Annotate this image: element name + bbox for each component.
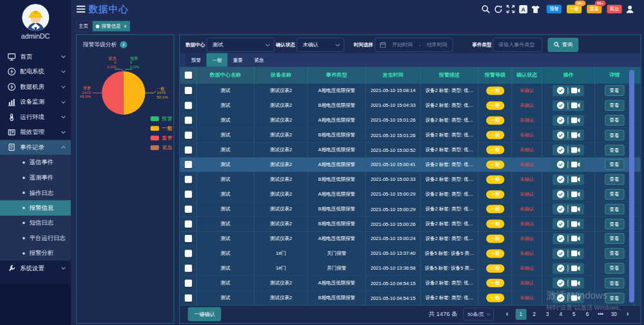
confirm-icon[interactable] bbox=[557, 250, 565, 258]
confirm-icon[interactable] bbox=[557, 102, 565, 110]
confirm-icon[interactable] bbox=[557, 146, 565, 154]
confirm-icon[interactable] bbox=[557, 294, 565, 302]
sidebar-subitem-遥信事件[interactable]: 遥信事件 bbox=[0, 155, 71, 170]
action-buttons[interactable] bbox=[553, 174, 583, 185]
refresh-icon[interactable] bbox=[493, 5, 502, 14]
view-button[interactable]: 查看 bbox=[605, 160, 624, 170]
sidebar-item-数据机房[interactable]: 数据机房 bbox=[0, 79, 71, 94]
confirm-icon[interactable] bbox=[557, 131, 565, 140]
sidebar-item-首页[interactable]: 首页 bbox=[0, 49, 71, 64]
action-buttons[interactable] bbox=[553, 144, 583, 155]
row-checkbox[interactable] bbox=[185, 205, 192, 212]
table-row[interactable]: 测试1#门开门报警2021-05-10 13:36:58设备5 标签: 设备5 … bbox=[180, 261, 640, 276]
sidebar-item-系统设置[interactable]: 系统设置 bbox=[0, 261, 71, 275]
alarm-count-button-重要[interactable]: 重要99+ bbox=[587, 5, 601, 14]
view-button[interactable]: 查看 bbox=[605, 293, 624, 303]
video-icon[interactable] bbox=[571, 221, 580, 227]
user-icon[interactable] bbox=[625, 5, 634, 14]
query-button[interactable]: 查询 bbox=[548, 37, 579, 51]
table-row[interactable]: 测试测试仪表2B相电压低限报警2021-05-10 15:00:29设备2 标签… bbox=[180, 202, 640, 217]
table-row[interactable]: 测试测试仪表2A相电压低限报警2021-05-10 04:54:15设备2 标签… bbox=[180, 276, 640, 291]
confirm-icon[interactable] bbox=[557, 235, 565, 243]
video-icon[interactable] bbox=[571, 280, 580, 286]
language-icon[interactable]: A bbox=[518, 5, 527, 14]
confirm-icon[interactable] bbox=[557, 205, 565, 214]
video-icon[interactable] bbox=[571, 265, 580, 272]
table-row[interactable]: 测试测试仪表2A相电压低限报警2021-05-10 15:00:29设备2 标签… bbox=[180, 187, 640, 202]
view-button[interactable]: 查看 bbox=[605, 189, 624, 200]
page-ellipsis[interactable]: ••• bbox=[595, 309, 606, 320]
video-icon[interactable] bbox=[571, 88, 580, 94]
page-button-6[interactable]: 6 bbox=[582, 309, 593, 320]
view-button[interactable]: 查看 bbox=[605, 174, 624, 185]
select-all-checkbox[interactable] bbox=[185, 71, 192, 79]
tag-alarm-info[interactable]: 报警信息 × bbox=[93, 21, 130, 32]
event-type-input[interactable]: 请输入事件类型 bbox=[493, 37, 542, 51]
legend-item-预警[interactable]: 预警 bbox=[151, 114, 173, 124]
video-icon[interactable] bbox=[571, 102, 580, 109]
video-icon[interactable] bbox=[571, 236, 580, 242]
table-row[interactable]: 测试测试仪表2B相电压低限报警2021-05-10 15:04:33设备2 标签… bbox=[180, 98, 640, 113]
sidebar-subitem-报警分析[interactable]: 报警分析 bbox=[0, 246, 71, 261]
view-button[interactable]: 查看 bbox=[605, 263, 624, 274]
table-row[interactable]: 测试测试仪表2A相电压低限报警2021-05-10 15:00:41设备2 标签… bbox=[180, 158, 640, 172]
sidebar-subitem-遥测事件[interactable]: 遥测事件 bbox=[0, 170, 71, 185]
confirm-icon[interactable] bbox=[557, 87, 565, 95]
action-buttons[interactable] bbox=[553, 203, 583, 214]
table-row[interactable]: 测试1#门关门报警2021-05-10 13:37:40设备5 标签: 设备5 … bbox=[180, 246, 640, 261]
view-button[interactable]: 查看 bbox=[605, 204, 624, 214]
sidebar-item-配电系统[interactable]: 配电系统 bbox=[0, 64, 71, 79]
view-button[interactable]: 查看 bbox=[605, 130, 624, 140]
table-row[interactable]: 测试测试仪表2A相电压低限报警2021-05-10 15:00:24设备2 标签… bbox=[180, 232, 640, 246]
table-row[interactable]: 测试测试仪表2B相电压低限报警2021-05-10 15:01:26设备2 标签… bbox=[180, 128, 640, 143]
table-row[interactable]: 测试测试仪表2B相电压低限报警2021-05-10 15:00:26设备2 标签… bbox=[180, 217, 640, 232]
table-row[interactable]: 测试测试仪表2A相电压低限报警2021-05-10 15:01:26设备2 标签… bbox=[180, 113, 640, 128]
avatar[interactable] bbox=[22, 4, 49, 31]
tag-close-icon[interactable]: × bbox=[124, 23, 127, 29]
date-range-picker[interactable]: 开始时间 - 结束时间 bbox=[375, 37, 453, 51]
video-icon[interactable] bbox=[571, 295, 580, 301]
action-buttons[interactable] bbox=[553, 233, 583, 244]
video-icon[interactable] bbox=[571, 176, 580, 183]
confirm-icon[interactable] bbox=[557, 161, 565, 169]
next-page-button[interactable]: › bbox=[625, 311, 630, 318]
alarm-count-button-紧急[interactable]: 紧急 bbox=[607, 5, 622, 14]
page-button-30[interactable]: 30 bbox=[609, 309, 620, 320]
video-icon[interactable] bbox=[571, 132, 580, 138]
video-icon[interactable] bbox=[571, 162, 580, 168]
row-checkbox[interactable] bbox=[185, 235, 192, 242]
status-select[interactable]: 未确认 bbox=[297, 37, 345, 51]
legend-item-重要[interactable]: 重要 bbox=[151, 133, 173, 143]
action-buttons[interactable] bbox=[553, 115, 583, 125]
row-checkbox[interactable] bbox=[185, 176, 192, 183]
tab-一般[interactable]: 一般 bbox=[207, 53, 228, 67]
action-buttons[interactable] bbox=[553, 277, 583, 288]
sidebar-item-设备监测[interactable]: 设备监测 bbox=[0, 95, 71, 109]
page-button-3[interactable]: 3 bbox=[542, 309, 553, 320]
page-button-2[interactable]: 2 bbox=[529, 309, 540, 320]
row-checkbox[interactable] bbox=[185, 190, 192, 198]
action-buttons[interactable] bbox=[553, 85, 583, 96]
view-button[interactable]: 查看 bbox=[605, 86, 624, 96]
view-button[interactable]: 查看 bbox=[605, 145, 624, 155]
confirm-icon[interactable] bbox=[557, 116, 565, 125]
row-checkbox[interactable] bbox=[185, 220, 192, 227]
confirm-icon[interactable] bbox=[557, 265, 565, 273]
tab-预警[interactable]: 预警 bbox=[185, 53, 207, 67]
sidebar-subitem-报警信息[interactable]: 报警信息 bbox=[0, 200, 71, 215]
confirm-icon[interactable] bbox=[557, 176, 565, 184]
video-icon[interactable] bbox=[571, 147, 580, 153]
action-buttons[interactable] bbox=[553, 218, 583, 229]
action-buttons[interactable] bbox=[553, 100, 583, 111]
row-checkbox[interactable] bbox=[185, 146, 192, 153]
theme-icon[interactable] bbox=[531, 5, 540, 14]
action-buttons[interactable] bbox=[553, 248, 583, 259]
view-button[interactable]: 查看 bbox=[605, 219, 624, 229]
page-button-1[interactable]: 1 bbox=[515, 309, 526, 320]
confirm-all-button[interactable]: 一键确认 bbox=[188, 308, 221, 321]
table-row[interactable]: 测试测试仪表2A相电压低限报警2021-05-10 15:08:14设备2 标签… bbox=[180, 84, 640, 98]
row-checkbox[interactable] bbox=[185, 294, 192, 301]
action-buttons[interactable] bbox=[553, 189, 583, 200]
action-buttons[interactable] bbox=[553, 263, 583, 274]
dc-select[interactable]: 测试 bbox=[207, 37, 274, 51]
